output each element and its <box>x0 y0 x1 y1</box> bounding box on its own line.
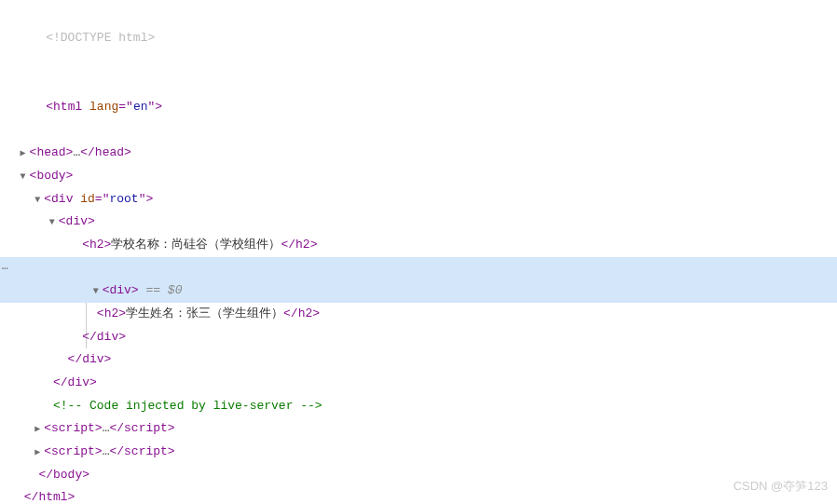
comment-text: <!-- Code injected by live-server --> <box>53 399 322 413</box>
expand-arrow-down[interactable]: ▼ <box>49 213 59 231</box>
body-close: </body> <box>38 468 89 482</box>
tag-open: <html lang="en"> <box>46 100 162 114</box>
gutter-ellipsis[interactable]: … <box>2 257 9 277</box>
html-close-line[interactable]: </html> <box>0 486 837 504</box>
div-close-line[interactable]: </div> <box>0 326 837 349</box>
doctype-text: <!DOCTYPE html> <box>46 31 155 45</box>
div-close: </div> <box>53 375 97 389</box>
body-open: <body> <box>30 169 74 183</box>
html-open-line[interactable]: <html lang="en"> <box>0 73 837 142</box>
expand-arrow-down[interactable]: ▼ <box>21 168 30 185</box>
div-open: <div> <box>59 214 95 228</box>
tag-open: <div id="root"> <box>44 192 153 206</box>
h2-school-text: 学校名称：尚硅谷（学校组件） <box>111 238 281 252</box>
selected-marker: == $0 <box>139 283 183 297</box>
head-close: </head> <box>80 145 131 159</box>
h2-school-line[interactable]: <h2>学校名称：尚硅谷（学校组件）</h2> <box>0 234 837 257</box>
script-open: <script> <box>44 421 102 435</box>
head-open: <head> <box>30 145 74 159</box>
expand-arrow-right[interactable]: ▶ <box>34 420 44 438</box>
h2-student-text: 学生姓名：张三（学生组件） <box>126 306 283 320</box>
div-inner-line[interactable]: ▼<div> <box>0 211 837 234</box>
h2-close: </h2> <box>283 306 320 320</box>
expand-arrow-right[interactable]: ▶ <box>21 144 30 162</box>
comment-line[interactable]: <!-- Code injected by live-server --> <box>0 395 837 418</box>
dom-tree: <!DOCTYPE html> <html lang="en"> ▶<head>… <box>0 0 837 504</box>
script-line-1[interactable]: ▶<script>…</script> <box>0 417 837 441</box>
expand-arrow-down[interactable]: ▼ <box>34 191 44 209</box>
doctype-line[interactable]: <!DOCTYPE html> <box>0 4 837 73</box>
html-close: </html> <box>24 490 75 504</box>
script-open: <script> <box>44 444 102 458</box>
script-close: </script> <box>109 421 174 435</box>
expand-arrow-down[interactable]: ▼ <box>93 282 103 300</box>
div-root-line[interactable]: ▼<div id="root"> <box>0 188 837 211</box>
script-line-2[interactable]: ▶<script>…</script> <box>0 441 837 464</box>
h2-student-line[interactable]: <h2>学生姓名：张三（学生组件）</h2> <box>0 303 837 326</box>
div-close-line[interactable]: </div> <box>0 372 837 395</box>
div-selected-line[interactable]: … ▼<div> == $0 <box>0 257 837 303</box>
div-close: </div> <box>68 352 112 366</box>
h2-close: </h2> <box>281 238 317 252</box>
div-close-line[interactable]: </div> <box>0 348 837 372</box>
script-close: </script> <box>109 444 174 458</box>
expand-arrow-right[interactable]: ▶ <box>34 443 44 461</box>
body-close-line[interactable]: </body> <box>0 464 837 487</box>
head-line[interactable]: ▶<head>…</head> <box>0 142 837 165</box>
h2-open: <h2> <box>82 238 111 252</box>
h2-open: <h2> <box>97 306 126 320</box>
body-open-line[interactable]: ▼<body> <box>0 165 837 188</box>
div-close: </div> <box>82 330 126 344</box>
div-open: <div> <box>103 283 139 297</box>
